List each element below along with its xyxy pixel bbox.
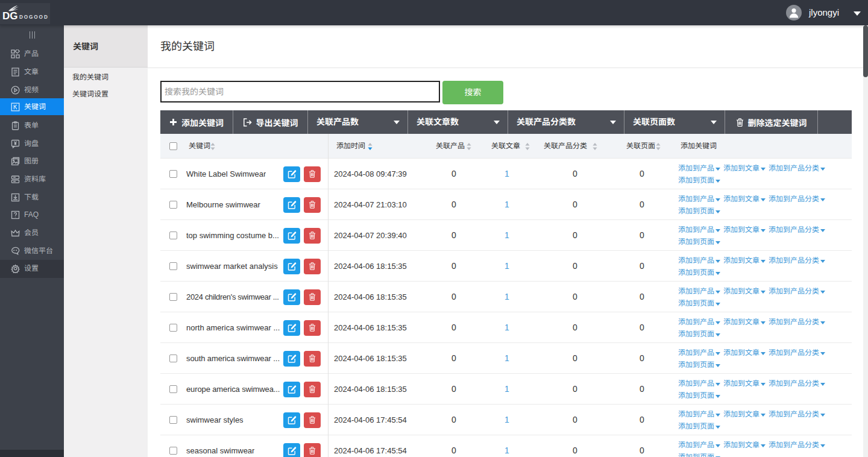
svg-text:DG: DG — [2, 10, 18, 22]
svg-text:DOGOOD: DOGOOD — [19, 14, 49, 20]
